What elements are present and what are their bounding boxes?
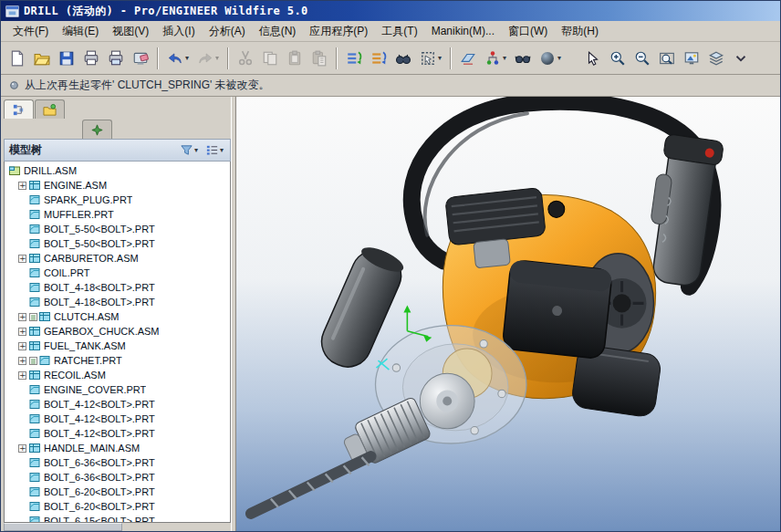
model-display-button[interactable]: ▾ — [481, 46, 510, 71]
title-bar[interactable]: DRILL (活动的) - Pro/ENGINEER Wildfire 5.0 — [1, 1, 780, 21]
tree-item[interactable]: BOLT_5-50<BOLT>.PRT — [5, 236, 230, 251]
menu-analysis[interactable]: 分析(A) — [203, 21, 252, 42]
tree-item[interactable]: +CLUTCH.ASM — [5, 309, 230, 324]
tree-filter-button[interactable]: ▾ — [178, 141, 200, 159]
menu-help[interactable]: 帮助(H) — [555, 21, 605, 42]
tree-item[interactable]: MUFFLER.PRT — [5, 207, 230, 222]
view-glasses-button[interactable] — [511, 46, 535, 71]
tree-expander[interactable]: + — [18, 313, 26, 321]
tree-expander[interactable]: + — [18, 342, 26, 350]
tree-item[interactable]: +ENGINE.ASM — [5, 178, 230, 193]
print-preview-button[interactable] — [104, 46, 128, 71]
tree-item[interactable]: +FUEL_TANK.ASM — [5, 339, 230, 353]
list-view-icon — [205, 143, 219, 157]
menu-insert[interactable]: 插入(I) — [156, 21, 201, 42]
pointer-button[interactable] — [581, 46, 605, 71]
tree-item[interactable]: +RATCHET.PRT — [5, 353, 230, 368]
tree-item-label: RATCHET.PRT — [54, 355, 122, 366]
dropdown-arrow-icon[interactable]: ▾ — [215, 54, 219, 62]
tree-expander[interactable]: + — [18, 328, 26, 336]
menu-info[interactable]: 信息(N) — [253, 21, 303, 42]
tree-item[interactable]: BOLT_4-12<BOLT>.PRT — [5, 412, 230, 426]
tree-columns-button[interactable]: ▾ — [203, 141, 225, 159]
regenerate-button[interactable] — [342, 46, 366, 71]
toolbar-separator — [157, 47, 159, 69]
tree-item[interactable]: BOLT_5-50<BOLT>.PRT — [5, 222, 230, 236]
redo-button[interactable]: ▾ — [193, 46, 223, 71]
save-button[interactable] — [55, 46, 78, 71]
tab-folder-browser[interactable] — [35, 99, 65, 119]
tree-item[interactable]: +GEARBOX_CHUCK.ASM — [5, 324, 230, 339]
menu-file[interactable]: 文件(F) — [6, 21, 55, 42]
tree-expander[interactable]: + — [18, 255, 26, 263]
tree-item[interactable]: BOLT_4-12<BOLT>.PRT — [5, 426, 230, 441]
layers-button[interactable] — [704, 46, 728, 71]
tree-item[interactable]: BOLT_6-36<BOLT>.PRT — [5, 470, 230, 485]
tree-item[interactable]: +HANDLE_MAIN.ASM — [5, 441, 230, 455]
display-style-button[interactable]: ▾ — [536, 46, 565, 71]
tree-item[interactable]: BOLT_6-15<BOLT>.PRT — [5, 514, 230, 523]
paste-special-button[interactable] — [307, 46, 331, 71]
tree-item[interactable]: ENGINE_COVER.PRT — [5, 382, 230, 397]
menu-applications[interactable]: 应用程序(P) — [303, 21, 374, 42]
tree-item-label: FUEL_TANK.ASM — [44, 340, 126, 351]
undo-button[interactable]: ▾ — [163, 46, 193, 71]
dropdown-arrow-icon[interactable]: ▾ — [185, 54, 189, 62]
tree-item[interactable]: BOLT_4-12<BOLT>.PRT — [5, 397, 230, 412]
part-icon — [29, 238, 40, 249]
zoom-out-button[interactable] — [630, 46, 654, 71]
cut-button[interactable] — [234, 46, 257, 71]
tree-expander[interactable]: + — [18, 444, 26, 453]
menu-tools[interactable]: 工具(T) — [375, 21, 423, 42]
tree-item[interactable]: +CARBURETOR.ASM — [5, 251, 230, 266]
tree-item-label: BOLT_6-20<BOLT>.PRT — [44, 486, 155, 497]
menu-manikin[interactable]: Manikin(M)... — [425, 22, 501, 40]
tab-model-tree[interactable] — [4, 99, 34, 119]
drill-3d-model[interactable] — [236, 97, 780, 531]
erase-display-icon — [132, 50, 149, 67]
tree-item-label: COIL.PRT — [44, 267, 90, 278]
dropdown-arrow-icon[interactable]: ▾ — [503, 54, 506, 62]
tree-item[interactable]: BOLT_4-18<BOLT>.PRT — [5, 295, 230, 309]
tree-item[interactable]: BOLT_4-18<BOLT>.PRT — [5, 280, 230, 295]
tree-horizontal-scrollbar[interactable] — [4, 523, 122, 531]
open-file-button[interactable] — [30, 46, 54, 71]
layers-icon — [708, 50, 724, 67]
tab-favorites[interactable] — [82, 120, 112, 139]
zoom-in-button[interactable] — [606, 46, 630, 71]
tree-item[interactable]: DRILL.ASM — [5, 163, 230, 178]
graphics-viewport[interactable] — [236, 97, 780, 531]
find-button[interactable] — [391, 46, 415, 71]
dropdown-arrow-icon[interactable]: ▾ — [438, 54, 442, 62]
menu-window[interactable]: 窗口(W) — [502, 21, 554, 42]
erase-display-button[interactable] — [129, 46, 152, 71]
tree-item[interactable]: BOLT_6-20<BOLT>.PRT — [5, 499, 230, 514]
menu-view[interactable]: 视图(V) — [106, 21, 155, 42]
assembly-icon — [29, 370, 40, 381]
tree-item[interactable]: SPARK_PLUG.PRT — [5, 193, 230, 207]
datum-display-button[interactable] — [456, 46, 480, 71]
tree-item[interactable]: BOLT_6-20<BOLT>.PRT — [5, 485, 230, 499]
tree-item[interactable]: +RECOIL.ASM — [5, 368, 230, 382]
tree-expander[interactable]: + — [18, 371, 26, 380]
refit-button[interactable] — [655, 46, 679, 71]
tree-expander[interactable]: + — [18, 357, 26, 365]
tree-item[interactable]: BOLT_6-36<BOLT>.PRT — [5, 455, 230, 470]
assembly-icon — [29, 340, 40, 351]
menu-edit[interactable]: 编辑(E) — [56, 21, 105, 42]
copy-button[interactable] — [258, 46, 282, 71]
print-button[interactable] — [79, 46, 103, 71]
toolbar-more-button[interactable] — [729, 46, 753, 71]
tree-item-label: ENGINE_COVER.PRT — [44, 384, 146, 395]
tree-item-label: BOLT_4-18<BOLT>.PRT — [44, 297, 155, 308]
regenerate-manager-button[interactable] — [367, 46, 390, 71]
tree-item[interactable]: COIL.PRT — [5, 266, 230, 280]
new-file-button[interactable] — [5, 46, 29, 71]
named-views-button[interactable] — [680, 46, 703, 71]
select-box-button[interactable]: ▾ — [416, 46, 445, 71]
tree-expander[interactable]: + — [18, 182, 26, 190]
dropdown-arrow-icon[interactable]: ▾ — [557, 54, 561, 62]
paste-button[interactable] — [283, 46, 307, 71]
navigator-tabs-row2 — [4, 119, 231, 139]
assembly-icon — [29, 253, 40, 264]
